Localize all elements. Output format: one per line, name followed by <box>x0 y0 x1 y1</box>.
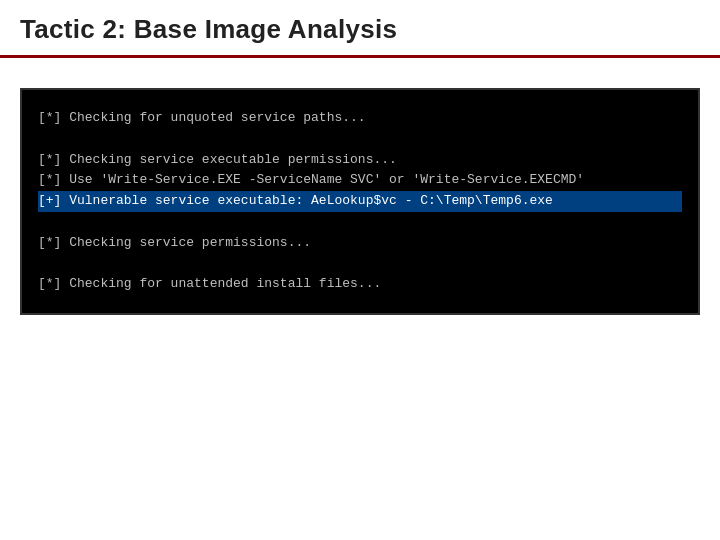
slide-header: Tactic 2: Base Image Analysis <box>0 0 720 58</box>
terminal-line-7: [*] Checking service permissions... <box>38 233 682 254</box>
terminal-window: [*] Checking for unquoted service paths.… <box>20 88 700 315</box>
terminal-line-5: [+] Vulnerable service executable: AeLoo… <box>38 191 682 212</box>
terminal-line-9: [*] Checking for unattended install file… <box>38 274 682 295</box>
content-area: [*] Checking for unquoted service paths.… <box>0 58 720 335</box>
slide-title: Tactic 2: Base Image Analysis <box>20 14 397 44</box>
terminal-line-6 <box>38 212 682 233</box>
terminal-line-1: [*] Checking for unquoted service paths.… <box>38 108 682 129</box>
terminal-line-3: [*] Checking service executable permissi… <box>38 150 682 171</box>
terminal-line-8 <box>38 254 682 275</box>
terminal-line-2 <box>38 129 682 150</box>
terminal-line-4: [*] Use 'Write-Service.EXE -ServiceName … <box>38 170 682 191</box>
slide-container: Tactic 2: Base Image Analysis [*] Checki… <box>0 0 720 540</box>
